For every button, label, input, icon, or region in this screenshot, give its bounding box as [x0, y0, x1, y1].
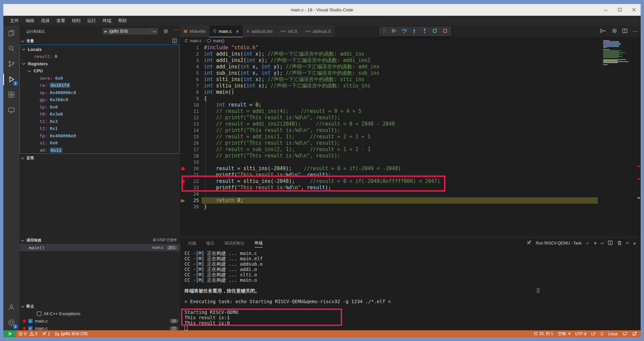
restart-icon[interactable] — [432, 28, 437, 35]
new-terminal-icon[interactable]: + — [594, 240, 597, 246]
tab-slti.S[interactable]: ASMslti.S — [277, 25, 302, 37]
breadcrumb-file[interactable]: main.c — [190, 39, 202, 43]
run-and-debug-icon[interactable]: 1 — [3, 72, 19, 87]
panel-tab-问题[interactable]: 问题 — [188, 239, 196, 248]
menu-item-查看[interactable]: 查看 — [53, 17, 68, 25]
search-icon[interactable] — [3, 41, 19, 56]
code-line-4[interactable]: 4int add_ins(int x, int y); //声明一下汇编语言中的… — [180, 64, 599, 70]
section-variables[interactable]: 变量 — [19, 37, 180, 45]
split-terminal-icon[interactable] — [608, 240, 613, 246]
debug-config-dropdown[interactable]: ▶ (gdb) 启动 — [102, 28, 158, 35]
problems-status[interactable]: 0 0 — [16, 330, 40, 337]
stack-frame-row[interactable]: main() main.c 25:1 — [19, 244, 180, 251]
source-control-icon[interactable] — [3, 56, 19, 72]
section-breakpoints[interactable]: 断点 — [19, 302, 180, 310]
breadcrumb-symbol[interactable]: main() — [213, 39, 224, 43]
more-actions-icon[interactable]: ··· — [633, 28, 638, 35]
code-line-5[interactable]: 5int sub_ins(int x, int y); //声明一下汇编语言中的… — [180, 70, 599, 76]
menu-item-帮助[interactable]: 帮助 — [115, 17, 130, 25]
panel-tab-调试控制台[interactable]: 调试控制台 — [224, 239, 245, 248]
terminal-scrollbar-thumb[interactable] — [537, 288, 540, 293]
scope-CPU[interactable]: CPU — [20, 67, 179, 75]
scope-Locals[interactable]: Locals — [20, 46, 179, 53]
code-line-11[interactable]: 11 // result = addi_ins(4); //result = 9… — [180, 108, 599, 115]
tab-addsub.bin[interactable]: ≡addsub.bin — [243, 25, 277, 37]
code-line-25[interactable]: 25 return 0; — [180, 197, 599, 204]
more-actions-icon[interactable]: ··· — [173, 27, 179, 32]
close-icon[interactable] — [632, 7, 636, 13]
breadcrumb[interactable]: C main.c › main() — [180, 37, 224, 45]
remote-indicator[interactable] — [3, 330, 16, 337]
feedback-icon[interactable] — [620, 330, 630, 337]
notifications-bell-icon[interactable] — [630, 330, 641, 337]
variable-gp[interactable]: gp:0x268c0 — [20, 96, 179, 104]
step-over-icon[interactable] — [401, 28, 407, 35]
section-watch[interactable]: 监视 — [19, 154, 180, 161]
scope-Registers[interactable]: Registers — [20, 60, 179, 67]
code-line-20[interactable]: 20 result = slti_ins(-2049); //result = … — [180, 165, 599, 172]
tab-addsub.S[interactable]: ASMaddsub.S — [302, 25, 335, 37]
variable-t0[interactable]: t0:0x3e8 — [20, 111, 179, 118]
settings-icon[interactable]: 1 — [3, 315, 19, 330]
code-line-15[interactable]: 15 // result = add_ins(1, 1); //result =… — [180, 134, 599, 140]
os-indicator[interactable]: Linux — [606, 330, 620, 337]
breakpoint-checkbox[interactable]: ✓ — [28, 319, 33, 323]
variable-result[interactable]: result:0 — [20, 53, 179, 60]
code-line-18[interactable]: 18 // printf("This result is:%d\n", resu… — [180, 153, 599, 159]
code-line-12[interactable]: 12 // printf("This result is:%d\n", resu… — [180, 115, 599, 121]
split-editor-icon[interactable] — [622, 28, 628, 35]
variable-ra[interactable]: ra:0x101f4 — [20, 82, 179, 89]
menu-item-终端[interactable]: 终端 — [99, 17, 115, 25]
chevron-down-icon[interactable] — [151, 28, 158, 35]
menu-item-选择[interactable]: 选择 — [38, 17, 53, 25]
menu-item-转到[interactable]: 转到 — [68, 17, 84, 25]
code-line-26[interactable]: 26} — [180, 204, 599, 210]
panel-tab-输出[interactable]: 输出 — [206, 239, 214, 248]
code-line-24[interactable]: 24 — [180, 191, 599, 197]
variable-fp[interactable]: fp:0x408006e0 — [20, 132, 179, 139]
close-icon[interactable]: × — [236, 28, 239, 34]
step-out-icon[interactable] — [422, 28, 427, 35]
stop-icon[interactable] — [442, 28, 448, 35]
indentation[interactable]: 空格: 4 — [555, 330, 573, 337]
encoding[interactable]: UTF-8 — [573, 330, 589, 337]
run-or-debug-icon[interactable] — [599, 28, 607, 35]
panel-tab-终端[interactable]: 终端 — [255, 239, 263, 248]
code-line-2[interactable]: 2int addi_ins(int x); //声明一下汇编语言中的函数: ad… — [180, 51, 599, 57]
variable-a0[interactable]: a0:0x11 — [20, 146, 179, 154]
code-line-1[interactable]: 1#include "stdio.h" — [180, 45, 599, 51]
eol[interactable]: LF — [589, 330, 598, 337]
code-line-7[interactable]: 7int sltiu_ins(int x); //声明一下汇编语言中的函数: s… — [180, 83, 599, 89]
breakpoint-row[interactable]: All C++ Exceptions — [19, 310, 180, 317]
menu-item-文件[interactable]: 文件 — [7, 17, 22, 25]
start-debug-icon[interactable]: ▶ — [105, 29, 107, 33]
variables-view-icon[interactable] — [172, 39, 177, 44]
toolbar-grip-icon[interactable] — [383, 28, 386, 35]
kill-terminal-icon[interactable] — [617, 240, 622, 247]
variable-zero[interactable]: zero:0x0 — [20, 74, 179, 82]
variable-sp[interactable]: sp:0x408006c0 — [20, 89, 179, 96]
code-line-8[interactable]: 8int main() — [180, 89, 599, 95]
remote-explorer-icon[interactable] — [3, 103, 19, 118]
gear-icon[interactable] — [163, 29, 168, 35]
section-call-stack[interactable]: 调用堆栈 因 STEP 已暂停 — [19, 236, 180, 244]
code-line-10[interactable]: 10 int result = 0; — [180, 102, 599, 108]
continue-icon[interactable] — [391, 28, 397, 35]
close-panel-icon[interactable]: × — [633, 241, 636, 246]
chevron-down-icon[interactable] — [22, 47, 25, 51]
debug-session-status[interactable]: (gdb) 启动 (16) — [52, 330, 90, 337]
code-line-13[interactable]: 13 // result = addi_ins2(2048); //result… — [180, 121, 599, 127]
accounts-icon[interactable] — [3, 299, 19, 315]
breakpoint-checkbox[interactable] — [37, 312, 41, 316]
minimize-icon[interactable] — [604, 7, 608, 13]
variable-tp[interactable]: tp:0x0 — [20, 103, 179, 111]
explorer-icon[interactable] — [3, 25, 19, 41]
language-mode[interactable]: C — [598, 330, 606, 337]
code-line-3[interactable]: 3int addi_ins2(int x); //声明一下汇编语言中的函数: a… — [180, 57, 599, 64]
breakpoint-row[interactable]: ✓main.c22 — [19, 325, 180, 330]
breakpoint-row[interactable]: ✓main.c20 — [19, 317, 180, 325]
cursor-position[interactable]: 行 25, 列 1 — [532, 330, 555, 337]
breakpoint-checkbox[interactable]: ✓ — [28, 326, 33, 331]
step-into-icon[interactable] — [412, 28, 417, 35]
tab-main.c[interactable]: Cmain.c× — [210, 25, 243, 37]
